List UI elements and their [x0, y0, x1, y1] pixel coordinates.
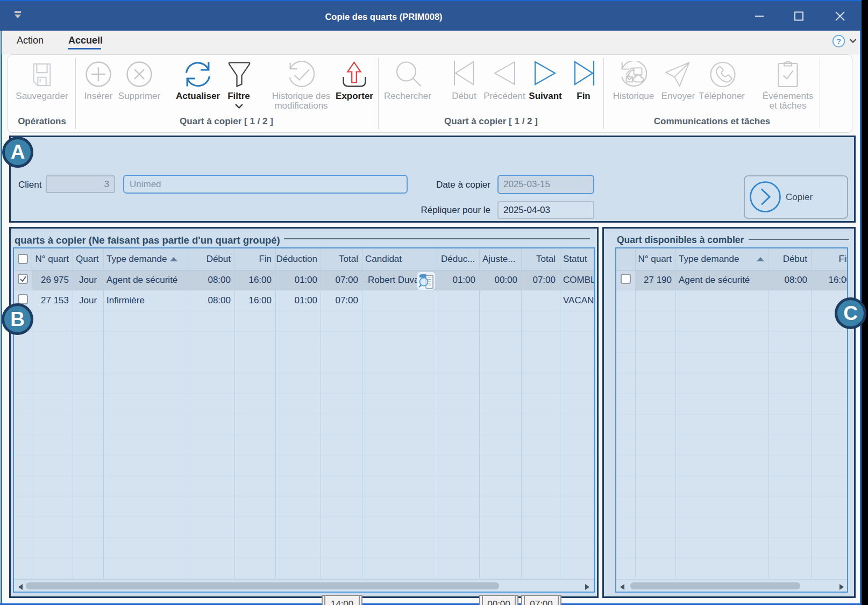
- svg-text:?: ?: [836, 37, 841, 46]
